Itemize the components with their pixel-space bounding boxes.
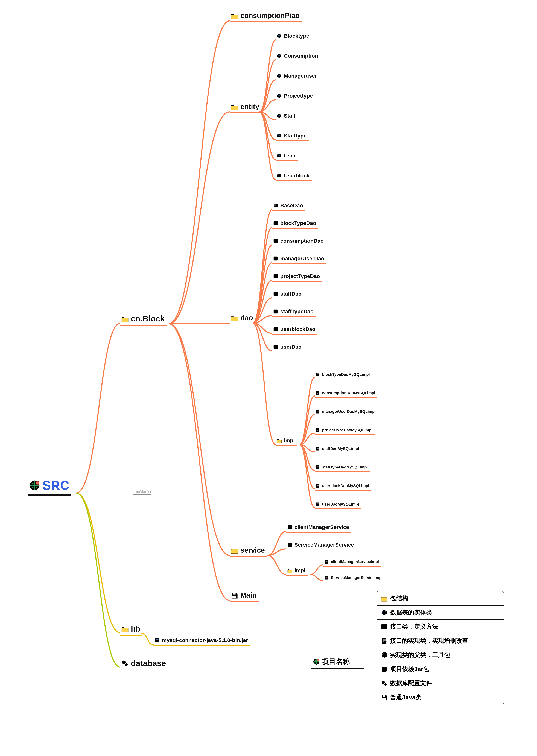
node-service-impl-ServiceManagerServiceImpl[interactable]: ServiceManagerServiceImpl xyxy=(323,574,385,582)
node-main[interactable]: Main xyxy=(230,590,259,602)
node-base-dao[interactable]: BaseDao xyxy=(272,201,305,211)
doc-icon xyxy=(324,576,329,580)
node-dao[interactable]: dao xyxy=(230,313,255,324)
node-dao-impl-consumptionDaoMySQLimpl[interactable]: consumptionDaoMySQLimpl xyxy=(315,390,377,398)
lib-label: lib xyxy=(131,624,140,634)
cube-icon xyxy=(276,73,282,78)
cube-icon xyxy=(276,153,282,158)
node-entity[interactable]: entity xyxy=(230,101,262,113)
doc-icon xyxy=(315,409,320,414)
gears-icon xyxy=(381,680,388,687)
node-cn-block[interactable]: cn.Block xyxy=(120,313,167,326)
globe-icon xyxy=(29,480,40,491)
node-entity-consumption[interactable]: Consumption xyxy=(276,52,320,61)
cn-block-label: cn.Block xyxy=(131,314,165,323)
cube-icon xyxy=(381,609,388,616)
main-label: Main xyxy=(240,591,257,599)
cube-icon xyxy=(276,33,282,39)
node-entity-stafftype[interactable]: Stafftype xyxy=(276,132,309,141)
node-dao-staffTypeDao[interactable]: staffTypeDao xyxy=(272,307,316,317)
node-dao-impl[interactable]: impl xyxy=(276,436,297,446)
legend-item: 接口的实现类，实现增删改查 xyxy=(377,634,504,648)
node-dao-impl-managerUserDaoMySQLimpl[interactable]: managerUserDaoMySQLimpl xyxy=(315,408,378,417)
cube-icon xyxy=(276,113,282,118)
legend-item: 实现类的父类，工具包 xyxy=(377,648,504,662)
iface-icon xyxy=(273,291,278,297)
node-service-impl-clientManagerServiceImpl[interactable]: clientManagerServiceImpl xyxy=(323,558,381,567)
doc-icon xyxy=(315,502,320,507)
node-service-ServiceManagerService[interactable]: ServiceManagerService xyxy=(286,541,356,550)
legend-item: 数据库配置文件 xyxy=(377,676,504,691)
folder-icon xyxy=(230,546,238,554)
doc-icon xyxy=(324,560,329,564)
node-dao-projectTypeDao[interactable]: projectTypeDao xyxy=(272,272,322,282)
node-database[interactable]: database xyxy=(120,657,168,670)
iface-icon xyxy=(287,525,292,530)
node-consumption-piao[interactable]: consumptionPiao xyxy=(230,11,302,22)
node-dao-consumptionDao[interactable]: consumptionDao xyxy=(272,237,326,246)
root-node[interactable]: SRC xyxy=(28,477,71,496)
node-service[interactable]: service xyxy=(230,545,267,557)
node-dao-blockTypeDao[interactable]: blockTypeDao xyxy=(272,219,318,229)
cube-icon xyxy=(276,173,282,178)
iface-icon xyxy=(273,220,278,226)
node-dao-userblockDao[interactable]: userblockDao xyxy=(272,325,317,335)
legend-item: 接口类，定义方法 xyxy=(377,620,504,634)
dao-label: dao xyxy=(240,314,253,322)
node-entity-manageruser[interactable]: Manageruser xyxy=(276,72,319,81)
node-entity-staff[interactable]: Staff xyxy=(276,112,298,121)
moon-icon xyxy=(273,203,278,208)
root-label: SRC xyxy=(42,478,69,493)
node-dao-impl-userblockDaoMySQLimpl[interactable]: userblockDaoMySQLimpl xyxy=(315,482,371,491)
node-dao-staffDao[interactable]: staffDao xyxy=(272,290,304,299)
node-dao-userDao[interactable]: userDao xyxy=(272,343,304,352)
node-entity-projecttype[interactable]: Projecttype xyxy=(276,92,315,101)
folder-icon xyxy=(276,438,282,443)
node-lib-jar[interactable]: mysql-connector-java-5.1.0-bin.jar xyxy=(154,636,250,646)
cube-icon xyxy=(276,133,282,139)
service-label: service xyxy=(240,546,265,554)
legend-box: 包结构数据表的实体类接口类，定义方法接口的实现类，实现增删改查实现类的父类，工具… xyxy=(377,590,504,704)
node-dao-impl-staffDaoMySQLimpl[interactable]: staffDaoMySQLimpl xyxy=(315,445,361,454)
iface-icon xyxy=(273,344,278,349)
watermark: LanQiao'er xyxy=(133,490,151,495)
legend-item: 普通Java类 xyxy=(377,691,504,704)
folder-icon xyxy=(287,568,292,573)
node-entity-userblock[interactable]: Userblock xyxy=(276,172,311,181)
base-dao-label: BaseDao xyxy=(280,203,303,209)
doc-icon xyxy=(315,446,320,451)
node-entity-blocktype[interactable]: Blocktype xyxy=(276,32,311,41)
legend-title: 项目名称 xyxy=(311,656,364,669)
legend-item: 数据表的实体类 xyxy=(377,606,504,620)
cube-icon xyxy=(276,53,282,59)
node-service-impl[interactable]: impl xyxy=(286,566,308,576)
node-dao-impl-blockTypeDaoMySQLimpl[interactable]: blockTypeDaoMySQLimpl xyxy=(315,371,372,379)
floppy-icon xyxy=(381,694,388,701)
lib-jar-label: mysql-connector-java-5.1.0-bin.jar xyxy=(162,637,248,643)
legend-item: 项目依赖Jar包 xyxy=(377,662,504,676)
folder-icon xyxy=(230,103,238,111)
doc-icon xyxy=(315,465,320,469)
database-label: database xyxy=(131,658,166,668)
node-dao-impl-userDaoMySQLimpl[interactable]: userDaoMySQLimpl xyxy=(315,501,361,509)
iface-icon xyxy=(273,309,278,314)
iface-icon xyxy=(273,327,278,332)
node-dao-managerUserDao[interactable]: managerUserDao xyxy=(272,255,326,264)
node-entity-user[interactable]: User xyxy=(276,152,298,161)
jar-icon xyxy=(381,665,388,673)
legend-item: 包结构 xyxy=(377,591,504,606)
node-dao-impl-projectTypeDaoMySQLimpl[interactable]: projectTypeDaoMySQLimpl xyxy=(315,427,375,435)
folder-icon xyxy=(381,595,388,602)
dao-impl-label: impl xyxy=(284,438,295,444)
folder-icon xyxy=(230,12,238,20)
doc-icon xyxy=(315,484,320,488)
folder-icon xyxy=(230,314,238,322)
node-dao-impl-staffTypeDaoMySQLimpl[interactable]: staffTypeDaoMySQLimpl xyxy=(315,464,370,472)
folder-icon xyxy=(121,625,129,633)
node-service-clientManagerService[interactable]: clientManagerService xyxy=(286,523,351,533)
floppy-icon xyxy=(230,591,238,599)
moon-icon xyxy=(381,652,388,658)
node-lib[interactable]: lib xyxy=(120,623,143,636)
iface-icon xyxy=(273,256,278,261)
iface-icon xyxy=(273,238,278,244)
